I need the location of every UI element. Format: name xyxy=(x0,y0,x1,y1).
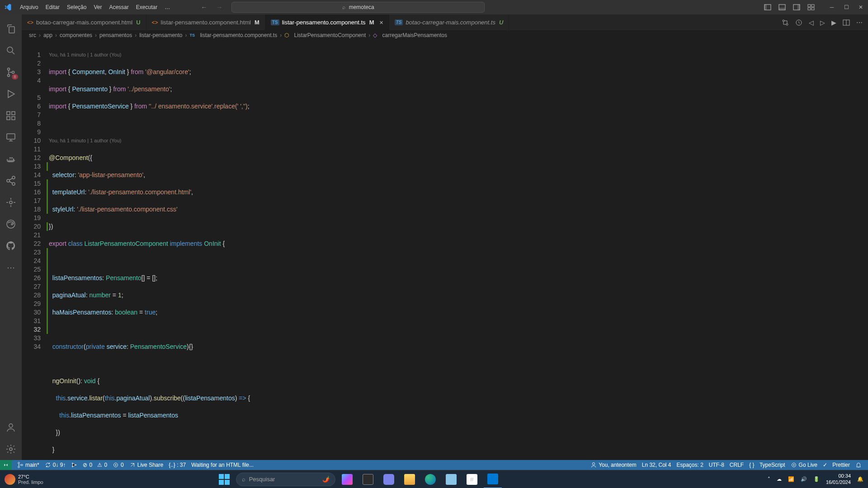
tray-chevron-icon[interactable]: ˄ xyxy=(768,476,770,482)
tray-onedrive-icon[interactable]: ☁ xyxy=(777,476,782,482)
live-share[interactable]: Live Share xyxy=(127,462,166,468)
git-graph[interactable] xyxy=(68,462,80,468)
tab-botao-ts[interactable]: TS botao-carregar-mais.component.ts U xyxy=(389,14,509,30)
code-content[interactable]: You, há 1 minuto | 1 author (You) import… xyxy=(49,40,868,460)
layout-primary-icon[interactable] xyxy=(764,4,771,11)
breadcrumbs[interactable]: src› app› componentes› pensamentos› list… xyxy=(22,30,868,40)
nav-forward-icon[interactable]: → xyxy=(216,4,222,11)
eol[interactable]: CRLF xyxy=(727,462,746,468)
breadcrumb-item[interactable]: listar-pensamento xyxy=(139,32,182,38)
weather-icon xyxy=(5,474,15,485)
taskbar-notepad[interactable] xyxy=(442,470,460,488)
taskbar-edge[interactable] xyxy=(421,470,439,488)
breadcrumb-item[interactable]: pensamentos xyxy=(99,32,132,38)
layout-panel-icon[interactable] xyxy=(778,4,786,11)
breadcrumb-item[interactable]: src xyxy=(29,32,36,38)
taskbar-vscode[interactable] xyxy=(484,470,502,488)
github-icon[interactable] xyxy=(0,235,22,257)
codelens[interactable]: You, há 1 minuto | 1 author (You) xyxy=(49,136,868,145)
more-actions-icon[interactable]: ⋯ xyxy=(856,19,863,26)
remote-explorer-icon[interactable] xyxy=(0,127,22,148)
encoding[interactable]: UTF-8 xyxy=(706,462,727,468)
minimize-window-icon[interactable]: ─ xyxy=(828,4,835,11)
tray-wifi-icon[interactable]: 📶 xyxy=(788,476,794,482)
more-icon[interactable]: ⋯ xyxy=(0,257,22,278)
taskbar-task-view[interactable] xyxy=(359,470,377,488)
command-center-search[interactable]: ⌕ memoteca xyxy=(231,2,485,13)
language-mode[interactable]: { } TypeScript xyxy=(746,462,788,468)
tab-listar-ts[interactable]: TS listar-pensamento.component.ts M × xyxy=(265,14,389,30)
json-status[interactable]: {..} : 37 xyxy=(166,462,189,468)
menu-selecao[interactable]: Seleção xyxy=(63,4,90,10)
customize-layout-icon[interactable] xyxy=(807,4,815,11)
svg-point-13 xyxy=(12,71,14,74)
search-icon[interactable] xyxy=(0,40,22,61)
layout-secondary-icon[interactable] xyxy=(793,4,800,11)
remote-indicator[interactable] xyxy=(0,460,12,470)
menu-editar[interactable]: Editar xyxy=(42,4,63,10)
weather-widget[interactable]: 27°C Pred. limpo xyxy=(5,474,43,485)
svg-point-11 xyxy=(8,68,10,70)
docker-icon[interactable] xyxy=(0,148,22,170)
breadcrumb-item[interactable]: app xyxy=(43,32,52,38)
explorer-icon[interactable] xyxy=(0,18,22,40)
git-branch[interactable]: main* xyxy=(14,462,42,468)
svg-point-22 xyxy=(9,448,12,450)
breadcrumb-item[interactable]: componentes xyxy=(60,32,92,38)
tray-battery-icon[interactable]: 🔋 xyxy=(813,476,820,482)
blame-status[interactable]: You, anteontem xyxy=(588,462,639,468)
notifications-icon[interactable]: 🔔 xyxy=(857,476,863,482)
taskbar-explorer[interactable] xyxy=(401,470,419,488)
taskbar-copilot[interactable] xyxy=(338,470,356,488)
run-debug-icon[interactable] xyxy=(0,83,22,105)
menu-arquivo[interactable]: Arquivo xyxy=(16,4,42,10)
search-placeholder: Pesquisar xyxy=(249,476,275,483)
cursor-position[interactable]: Ln 32, Col 4 xyxy=(639,462,674,468)
close-window-icon[interactable]: ✕ xyxy=(857,4,864,11)
split-editor-icon[interactable] xyxy=(843,19,850,26)
tab-label: listar-pensamento.component.html xyxy=(161,19,251,26)
git-sync[interactable]: 0↓ 9↑ xyxy=(42,462,69,468)
tab-listar-html[interactable]: <> listar-pensamento.component.html M xyxy=(146,14,265,30)
accounts-icon[interactable] xyxy=(0,417,22,438)
taskbar-slack[interactable]: # xyxy=(463,470,481,488)
scrollbar[interactable] xyxy=(862,40,868,460)
close-tab-icon[interactable]: × xyxy=(379,19,383,26)
notifications-icon[interactable] xyxy=(853,462,864,468)
menu-executar[interactable]: Executar xyxy=(132,4,161,10)
indentation[interactable]: Espaços: 2 xyxy=(674,462,706,468)
taskbar-clock[interactable]: 00:34 16/01/2024 xyxy=(826,473,851,485)
go-live[interactable]: Go Live xyxy=(788,462,820,468)
codelens[interactable]: You, há 1 minuto | 1 author (You) xyxy=(49,51,868,59)
live-share-icon[interactable] xyxy=(0,170,22,192)
problems[interactable]: ⊘0 ⚠0 xyxy=(80,462,110,468)
line-numbers: 1234 56789 1011121314 1516171819 2021222… xyxy=(22,40,49,460)
start-button[interactable] xyxy=(215,470,233,488)
run-file-icon[interactable]: ▶ xyxy=(831,19,836,26)
menu-acessar[interactable]: Acessar xyxy=(105,4,132,10)
nav-back-icon[interactable]: ← xyxy=(201,4,207,11)
breadcrumb-file[interactable]: TS listar-pensamento.component.ts xyxy=(190,32,278,38)
source-control-icon[interactable]: 8 xyxy=(0,61,22,83)
tray-volume-icon[interactable]: 🔊 xyxy=(801,476,807,482)
prettier[interactable]: ✓ Prettier xyxy=(820,462,853,468)
edge-tools-icon[interactable] xyxy=(0,213,22,235)
nav-prev-icon[interactable]: ◁ xyxy=(809,19,814,26)
git-compare-icon[interactable] xyxy=(782,19,789,26)
nav-next-icon[interactable]: ▷ xyxy=(820,19,825,26)
extensions-icon[interactable] xyxy=(0,105,22,127)
breadcrumb-class[interactable]: ⬡ ListarPensamentoComponent xyxy=(284,32,366,38)
breadcrumb-method[interactable]: ◇ carregarMaisPensamentos xyxy=(373,32,447,38)
timeline-icon[interactable] xyxy=(795,19,802,26)
menu-ver[interactable]: Ver xyxy=(90,4,105,10)
code-editor[interactable]: 1234 56789 1011121314 1516171819 2021222… xyxy=(22,40,868,460)
taskbar-chat[interactable] xyxy=(380,470,398,488)
menu-more[interactable]: … xyxy=(161,4,174,10)
ports[interactable]: 0 xyxy=(110,462,127,468)
settings-gear-icon[interactable] xyxy=(0,438,22,460)
gitlens-icon[interactable] xyxy=(0,192,22,213)
maximize-window-icon[interactable]: ☐ xyxy=(843,4,850,11)
html-icon: <> xyxy=(27,19,33,26)
taskbar-search[interactable]: ⌕ Pesquisar 🌶️ xyxy=(236,473,335,486)
tab-botao-html[interactable]: <> botao-carregar-mais.component.html U xyxy=(22,14,146,30)
